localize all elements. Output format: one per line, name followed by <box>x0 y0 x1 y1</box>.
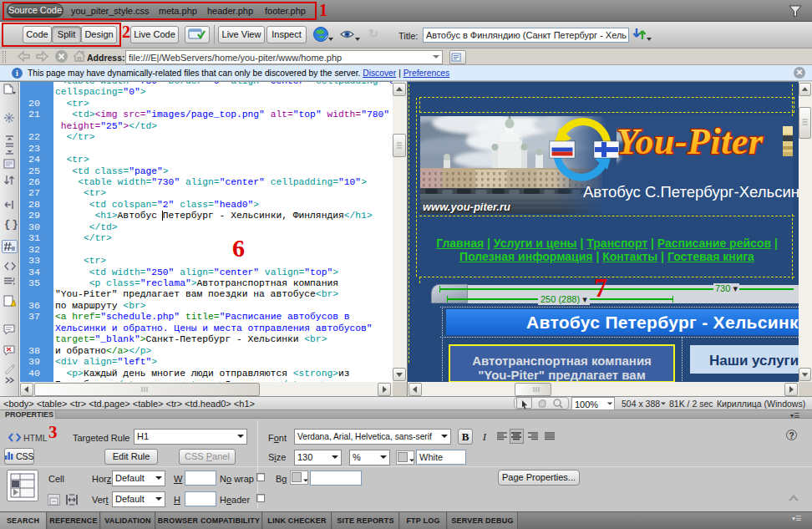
svg-text:You-Piter: You-Piter <box>617 121 764 162</box>
